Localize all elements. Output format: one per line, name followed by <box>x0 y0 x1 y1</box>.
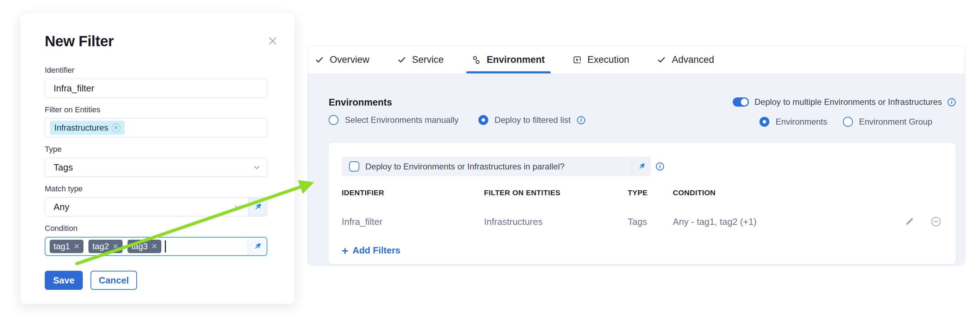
identifier-value: Infra_filter <box>45 83 94 94</box>
tag-remove-icon[interactable]: ✕ <box>151 242 158 251</box>
radio-environment-group[interactable] <box>843 117 853 127</box>
chip-remove-icon[interactable]: ✕ <box>112 123 121 132</box>
type-value: Tags <box>45 162 73 173</box>
pin-icon[interactable] <box>248 198 267 216</box>
radio-select-manually[interactable] <box>329 115 339 125</box>
check-icon <box>397 55 407 65</box>
tab-environment[interactable]: Environment <box>471 46 545 74</box>
parallel-option-row: Deploy to Environments or Infrastructure… <box>342 157 651 176</box>
type-label: Type <box>45 144 286 154</box>
tab-label: Execution <box>587 54 630 65</box>
tab-execution[interactable]: Execution <box>573 46 630 74</box>
tab-label: Overview <box>330 54 369 65</box>
dialog-title: New Filter <box>45 32 286 50</box>
row-condition: Any - tag1, tag2 (+1) <box>673 216 885 227</box>
tag-chip[interactable]: tag3✕ <box>127 240 161 253</box>
info-icon[interactable]: i <box>948 98 956 106</box>
tab-advanced[interactable]: Advanced <box>657 46 714 74</box>
radio-environment-group-label[interactable]: Environment Group <box>859 117 932 127</box>
radio-deploy-filtered-label[interactable]: Deploy to filtered list <box>495 115 571 125</box>
row-filter-on-entities: Infrastructures <box>484 216 628 227</box>
check-icon <box>315 55 324 65</box>
col-condition: CONDITION <box>673 189 885 197</box>
info-icon[interactable]: i <box>656 162 664 171</box>
tag-remove-icon[interactable]: ✕ <box>112 242 119 251</box>
col-identifier: IDENTIFIER <box>342 189 484 197</box>
multi-env-toggle-label[interactable]: Deploy to multiple Environments or Infra… <box>754 97 942 107</box>
identifier-label: Identifier <box>45 65 286 75</box>
play-square-icon <box>573 55 582 65</box>
tab-overview[interactable]: Overview <box>315 46 369 74</box>
chevron-down-icon <box>252 163 261 172</box>
filters-table-header: IDENTIFIER FILTER ON ENTITIES TYPE CONDI… <box>342 189 942 197</box>
save-button[interactable]: Save <box>45 271 83 290</box>
environments-heading: Environments <box>329 97 585 108</box>
tab-label: Advanced <box>672 54 714 65</box>
tab-label: Environment <box>487 54 545 65</box>
pin-icon[interactable] <box>632 162 651 171</box>
text-cursor <box>165 240 166 252</box>
chevron-down-icon <box>233 202 242 211</box>
tag-chip[interactable]: tag1✕ <box>50 240 83 253</box>
identifier-input[interactable]: Infra_filter <box>45 79 267 98</box>
add-filters-label: Add Filters <box>353 245 401 256</box>
match-type-value: Any <box>45 202 69 213</box>
filter-on-entities-input[interactable]: Infrastructures ✕ <box>45 118 267 137</box>
radio-environments[interactable] <box>759 117 769 127</box>
col-type: TYPE <box>628 189 673 197</box>
hexagons-icon <box>471 55 481 65</box>
close-icon[interactable] <box>267 35 278 47</box>
cancel-button[interactable]: Cancel <box>91 271 137 290</box>
tab-label: Service <box>412 54 444 65</box>
check-icon <box>657 55 666 65</box>
edit-pencil-icon[interactable] <box>904 216 915 227</box>
tab-service[interactable]: Service <box>397 46 444 74</box>
type-select[interactable]: Tags <box>45 158 267 177</box>
stage-tabbar: Overview Service Environment Execution A… <box>307 46 965 74</box>
row-type: Tags <box>628 216 673 227</box>
radio-environments-label[interactable]: Environments <box>776 117 827 127</box>
radio-deploy-filtered[interactable] <box>478 115 488 125</box>
table-row: Infra_filter Infrastructures Tags Any - … <box>342 216 942 227</box>
plus-icon: + <box>342 246 348 255</box>
pipeline-stage-panel: Overview Service Environment Execution A… <box>307 46 965 266</box>
remove-minus-icon[interactable] <box>930 216 942 227</box>
info-icon[interactable]: i <box>577 116 585 124</box>
filter-on-entities-label: Filter on Entities <box>45 105 286 115</box>
parallel-checkbox-label[interactable]: Deploy to Environments or Infrastructure… <box>365 162 565 171</box>
toggle-knob <box>741 98 748 106</box>
parallel-checkbox[interactable] <box>349 161 359 171</box>
row-identifier: Infra_filter <box>342 216 484 227</box>
new-filter-dialog: New Filter Identifier Infra_filter Filte… <box>20 13 295 304</box>
filters-card: Deploy to Environments or Infrastructure… <box>329 143 956 264</box>
active-tab-underline <box>466 71 550 74</box>
tag-chip[interactable]: tag2✕ <box>88 240 122 253</box>
add-filters-button[interactable]: + Add Filters <box>342 245 400 256</box>
tag-chip-label: tag3 <box>131 242 148 251</box>
match-type-label: Match type <box>45 184 286 194</box>
condition-label: Condition <box>45 223 286 233</box>
tag-chip-label: tag1 <box>54 242 70 251</box>
environment-tab-content: Environments Select Environments manuall… <box>307 74 965 266</box>
tag-chip-label: tag2 <box>92 242 109 251</box>
col-filter-on-entities: FILTER ON ENTITIES <box>484 189 628 197</box>
tag-remove-icon[interactable]: ✕ <box>74 242 80 251</box>
radio-select-manually-label[interactable]: Select Environments manually <box>345 115 459 125</box>
pin-icon[interactable] <box>248 238 267 255</box>
condition-input[interactable]: tag1✕ tag2✕ tag3✕ <box>45 237 267 256</box>
entities-chip-label: Infrastructures <box>54 123 108 133</box>
multi-env-toggle[interactable] <box>733 98 749 107</box>
entities-chip[interactable]: Infrastructures ✕ <box>50 121 125 135</box>
match-type-select[interactable]: Any <box>45 197 267 216</box>
